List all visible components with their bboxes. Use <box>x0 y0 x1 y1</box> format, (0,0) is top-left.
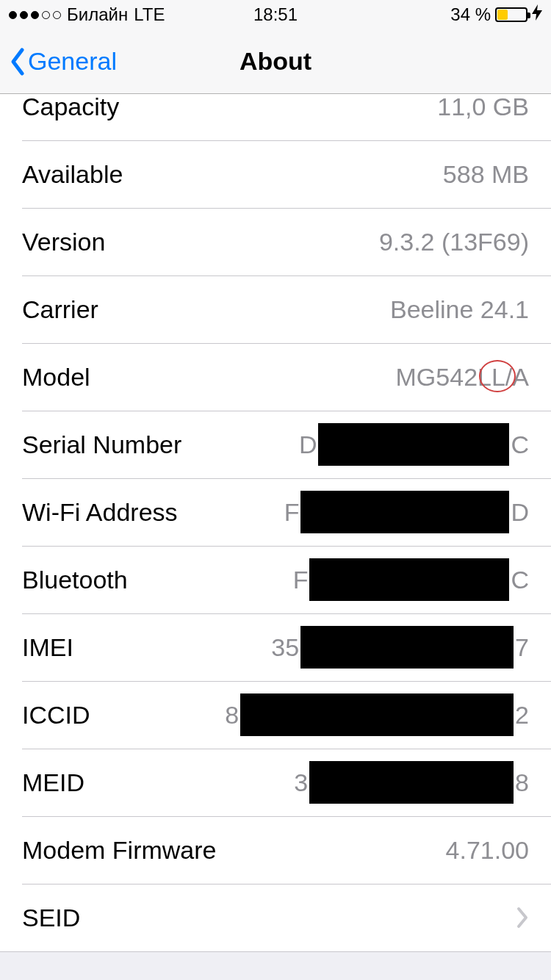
row-version[interactable]: Version 9.3.2 (13F69) <box>0 208 551 275</box>
status-carrier: Билайн <box>67 4 128 25</box>
value-prefix: 35 <box>271 633 299 662</box>
redaction-bar <box>240 693 514 736</box>
redaction-bar <box>300 491 509 533</box>
value-prefix: F <box>293 566 309 594</box>
row-value: MG542LL/A <box>396 363 529 392</box>
row-value: 588 MB <box>443 160 529 189</box>
value-suffix: 2 <box>515 701 529 729</box>
row-imei[interactable]: IMEI 35 7 <box>0 613 551 681</box>
row-label: Serial Number <box>22 430 181 459</box>
row-label: SEID <box>22 904 80 932</box>
status-left: Билайн LTE <box>9 4 165 25</box>
row-value: 3 8 <box>294 761 529 804</box>
chevron-left-icon <box>9 47 26 76</box>
row-bluetooth[interactable]: Bluetooth F C <box>0 546 551 613</box>
value-suffix: 7 <box>515 633 529 662</box>
row-value: F D <box>284 491 529 533</box>
row-label: Capacity <box>22 93 119 121</box>
charging-icon <box>532 4 542 25</box>
row-value <box>504 907 529 929</box>
value-prefix: F <box>284 498 300 527</box>
row-label: Model <box>22 363 90 392</box>
redaction-bar <box>309 761 514 804</box>
row-value: 4.71.00 <box>446 836 529 865</box>
battery-percent: 34 % <box>450 4 491 25</box>
spacer <box>0 952 551 974</box>
status-network: LTE <box>134 4 165 25</box>
row-capacity[interactable]: Capacity 11,0 GB <box>0 73 551 140</box>
status-time: 18:51 <box>253 4 298 25</box>
row-label: ICCID <box>22 701 90 729</box>
row-label: Version <box>22 228 105 256</box>
value-prefix: D <box>299 430 317 459</box>
status-bar: Билайн LTE 18:51 34 % <box>0 0 551 29</box>
row-value: D C <box>299 423 529 466</box>
status-right: 34 % <box>450 4 542 25</box>
row-value: Beeline 24.1 <box>390 295 529 324</box>
row-label: Available <box>22 160 123 189</box>
value-suffix: 8 <box>515 768 529 797</box>
row-value: 35 7 <box>271 626 529 669</box>
row-modem-firmware[interactable]: Modem Firmware 4.71.00 <box>0 816 551 884</box>
value-suffix: C <box>511 566 529 594</box>
signal-strength-icon <box>9 11 61 19</box>
row-carrier[interactable]: Carrier Beeline 24.1 <box>0 275 551 343</box>
about-list[interactable]: Capacity 11,0 GB Available 588 MB Versio… <box>0 72 551 952</box>
back-label: General <box>28 47 117 76</box>
row-value: F C <box>293 558 529 601</box>
value-suffix: D <box>511 498 529 527</box>
row-value: 11,0 GB <box>437 93 529 121</box>
row-seid[interactable]: SEID <box>0 884 551 951</box>
value-suffix: C <box>511 430 529 459</box>
redaction-bar <box>309 558 509 601</box>
row-wifi-address[interactable]: Wi-Fi Address F D <box>0 478 551 546</box>
row-iccid[interactable]: ICCID 8 2 <box>0 681 551 749</box>
row-label: Modem Firmware <box>22 836 216 865</box>
row-label: MEID <box>22 768 84 797</box>
redaction-bar <box>300 626 514 669</box>
row-label: Wi-Fi Address <box>22 498 178 527</box>
value-prefix: 8 <box>225 701 239 729</box>
row-label: Bluetooth <box>22 566 128 594</box>
chevron-right-icon <box>516 907 529 929</box>
row-value: 9.3.2 (13F69) <box>379 228 529 256</box>
row-label: Carrier <box>22 295 98 324</box>
row-available[interactable]: Available 588 MB <box>0 140 551 208</box>
battery-icon <box>495 7 527 22</box>
page-title: About <box>240 47 311 76</box>
row-meid[interactable]: MEID 3 8 <box>0 749 551 816</box>
row-value: 8 2 <box>225 693 529 736</box>
row-value-text: MG542LL/A <box>396 363 529 392</box>
row-serial-number[interactable]: Serial Number D C <box>0 411 551 478</box>
row-label: IMEI <box>22 633 73 662</box>
back-button[interactable]: General <box>0 47 117 76</box>
redaction-bar <box>318 423 509 466</box>
value-prefix: 3 <box>294 768 308 797</box>
row-model[interactable]: Model MG542LL/A <box>0 343 551 411</box>
